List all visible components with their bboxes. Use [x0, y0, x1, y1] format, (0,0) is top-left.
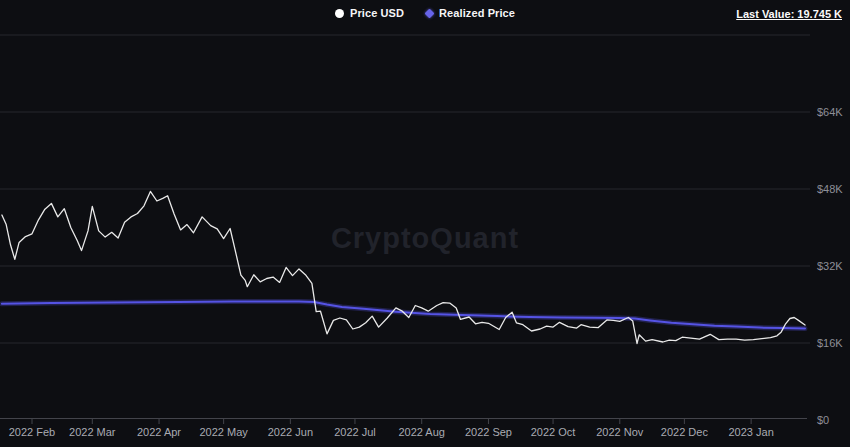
x-axis-label: 2022 Jun	[268, 426, 313, 438]
legend-item-realized-price[interactable]: Realized Price	[426, 7, 515, 19]
x-axis-label: 2022 May	[199, 426, 248, 438]
y-axis-label: $48K	[817, 183, 843, 195]
y-axis-label: $0	[817, 414, 829, 426]
y-axis-label: $64K	[817, 106, 843, 118]
x-axis-label: 2023 Jan	[729, 426, 774, 438]
x-axis-label: 2022 Mar	[69, 426, 116, 438]
x-axis-label: 2022 Dec	[661, 426, 709, 438]
chart-legend: Price USD Realized Price	[0, 7, 850, 19]
x-axis-label: 2022 Jul	[334, 426, 376, 438]
y-axis-label: $16K	[817, 337, 843, 349]
x-axis-label: 2022 Oct	[531, 426, 576, 438]
legend-label-realized-price: Realized Price	[439, 7, 515, 19]
x-axis-label: 2022 Nov	[596, 426, 644, 438]
x-axis-label: 2022 Aug	[398, 426, 445, 438]
x-axis-label: 2022 Sep	[465, 426, 512, 438]
x-axis-label: 2022 Apr	[137, 426, 181, 438]
legend-label-price-usd: Price USD	[350, 7, 404, 19]
price-usd-line	[2, 191, 805, 343]
diamond-marker-icon	[425, 8, 435, 18]
y-axis-label: $32K	[817, 260, 843, 272]
x-axis-label: 2022 Feb	[9, 426, 55, 438]
last-value-link[interactable]: Last Value: 19.745 K	[736, 8, 842, 20]
realized-price-line	[2, 301, 805, 328]
cryptoquant-chart-page: Price USD Realized Price Last Value: 19.…	[0, 0, 850, 447]
legend-item-price-usd[interactable]: Price USD	[335, 7, 404, 19]
price-chart-canvas[interactable]: $64K$48K$32K$16K$02022 Feb2022 Mar2022 A…	[0, 0, 850, 447]
circle-marker-icon	[335, 9, 344, 18]
